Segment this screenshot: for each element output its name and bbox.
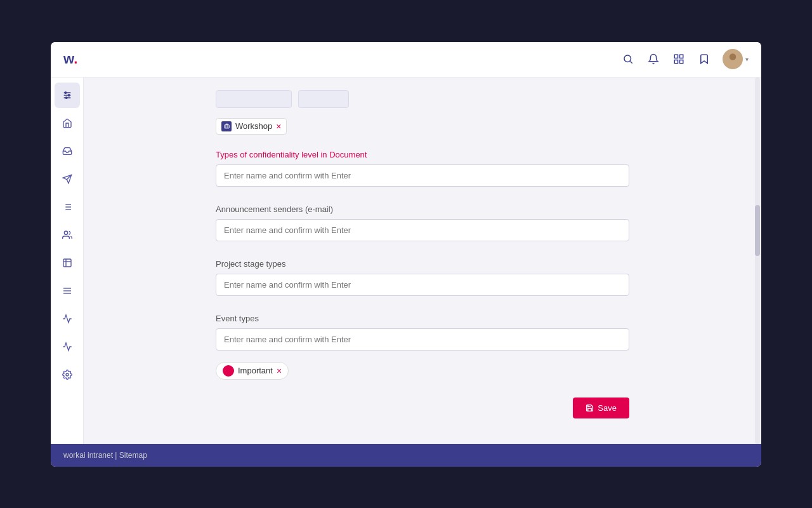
svg-point-12 [68,94,70,96]
sidebar-item-chart[interactable] [55,334,80,359]
svg-point-0 [624,55,631,62]
important-color-dot [223,365,234,377]
sidebar-item-settings[interactable] [55,362,80,387]
svg-rect-2 [674,55,678,58]
announcement-label: Announcement senders (e-mail) [216,204,629,214]
svg-rect-5 [674,60,678,64]
project-stage-input[interactable] [216,274,629,296]
content-area: Workshop × Types of confidentiality leve… [84,77,761,444]
event-types-section: Event types Important × [216,314,629,380]
project-stage-label: Project stage types [216,259,629,269]
svg-point-13 [65,97,67,98]
main-layout: Workshop × Types of confidentiality leve… [51,77,761,444]
top-tags-row [216,90,629,108]
briefcase-icon [221,121,232,131]
confidentiality-label: Types of confidentiality level in Docume… [216,150,629,159]
sidebar-item-home[interactable] [55,110,80,136]
project-stage-section: Project stage types [216,259,629,296]
svg-rect-4 [680,60,683,64]
workshop-close-button[interactable]: × [276,122,281,131]
svg-rect-23 [63,259,71,267]
important-chip: Important × [216,362,289,380]
svg-rect-30 [224,125,229,128]
footer: workai intranet | Sitemap [51,444,761,467]
confidentiality-section: Types of confidentiality level in Docume… [216,150,629,187]
save-button[interactable]: Save [573,398,629,418]
save-label: Save [598,403,617,413]
sidebar-item-people[interactable] [55,222,80,248]
important-close-button[interactable]: × [277,366,282,376]
footer-text: workai intranet | Sitemap [63,451,147,460]
scrollbar-thumb[interactable] [755,205,760,256]
grid-icon[interactable] [672,52,686,66]
event-types-label: Event types [216,314,629,323]
bell-icon[interactable] [646,52,660,66]
confidentiality-input[interactable] [216,164,629,187]
svg-point-7 [727,62,738,68]
bookmark-icon[interactable] [697,52,711,66]
form-container: Workshop × Types of confidentiality leve… [200,77,645,444]
scrollbar-track[interactable] [755,77,760,444]
user-avatar[interactable]: ▾ [723,49,749,69]
sidebar-item-filter[interactable] [55,83,80,108]
top-icons: ▾ [621,49,749,69]
svg-point-29 [66,373,69,376]
top-bar: w. [51,42,761,77]
svg-point-11 [65,91,67,93]
event-types-input[interactable] [216,328,629,351]
logo: w. [63,51,77,67]
sidebar-item-box[interactable] [55,250,80,276]
svg-point-6 [730,53,737,60]
save-icon [586,404,594,412]
chevron-down-icon: ▾ [745,56,749,63]
sidebar [51,77,84,444]
sidebar-item-send[interactable] [55,166,80,192]
tag-partial-2 [298,90,349,108]
svg-rect-3 [680,55,683,58]
search-icon[interactable] [621,52,635,66]
important-label: Important [238,366,273,375]
svg-point-22 [64,231,67,234]
sidebar-item-menu[interactable] [55,278,80,304]
sidebar-item-list[interactable] [55,194,80,220]
sidebar-item-inbox[interactable] [55,138,80,164]
sidebar-item-tool[interactable] [55,306,80,331]
announcement-section: Announcement senders (e-mail) [216,204,629,241]
workshop-chip: Workshop × [216,118,287,135]
svg-line-1 [630,61,632,63]
announcement-input[interactable] [216,219,629,241]
tag-partial-1 [216,90,292,108]
avatar-image [723,49,743,69]
workshop-label: Workshop [235,121,272,131]
save-section: Save [216,398,629,418]
